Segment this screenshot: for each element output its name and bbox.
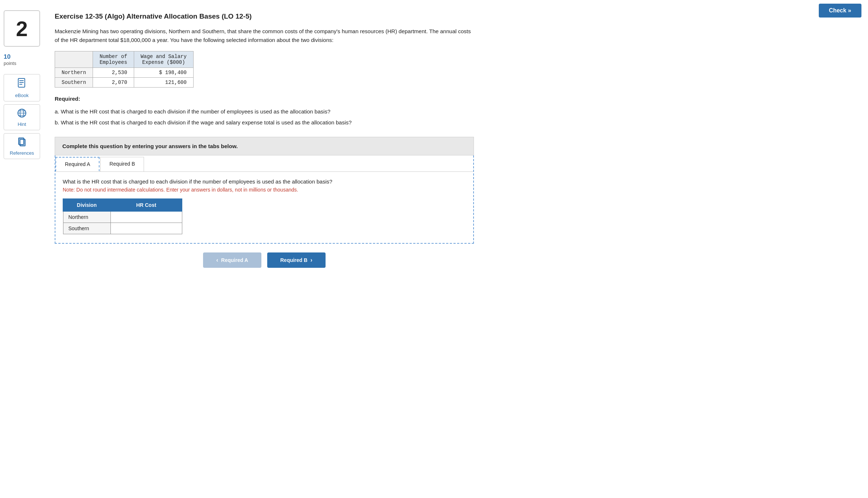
answer-row-northern: Northern <box>63 211 182 223</box>
ebook-icon <box>17 78 26 91</box>
answer-col1-header: Division <box>63 199 110 211</box>
answer-col2-header: HR Cost <box>110 199 182 211</box>
hint-icon <box>17 108 27 120</box>
col1-header: Number ofEmployees <box>93 51 134 68</box>
prev-button[interactable]: ‹ Required A <box>203 252 261 268</box>
ebook-button[interactable]: eBook <box>4 74 40 101</box>
question-number-box: 2 <box>4 10 40 47</box>
main-content: Exercise 12-35 (Algo) Alternative Alloca… <box>51 7 489 498</box>
tab-a-content: What is the HR cost that is charged to e… <box>55 172 473 243</box>
northern-hr-cost-cell <box>110 211 182 223</box>
instruction-box: Complete this question by entering your … <box>55 137 474 155</box>
references-label: References <box>10 150 34 156</box>
division-southern: Southern <box>63 223 110 234</box>
top-bar: Check » <box>812 0 868 21</box>
sidebar: 2 10 points eBook <box>0 7 51 498</box>
svg-rect-2 <box>19 82 24 83</box>
row-label-southern: Southern <box>55 78 93 88</box>
tab-required-a[interactable]: Required A <box>55 157 100 171</box>
prev-arrow-icon: ‹ <box>216 257 218 263</box>
ebook-label: eBook <box>15 93 29 98</box>
table-row: Southern 2,070 121,600 <box>55 78 194 88</box>
references-button[interactable]: References <box>4 133 40 159</box>
points-block: 10 points <box>4 53 16 66</box>
data-table: Number ofEmployees Wage and SalaryExpens… <box>55 51 194 88</box>
requirements-list: a. What is the HR cost that is charged t… <box>55 106 474 128</box>
check-button[interactable]: Check » <box>819 4 861 18</box>
next-button[interactable]: Required B › <box>267 252 326 268</box>
col2-header: Wage and SalaryExpense ($000) <box>134 51 193 68</box>
prev-label: Required A <box>221 257 248 263</box>
tab-question: What is the HR cost that is charged to e… <box>63 178 466 185</box>
row-label-northern: Northern <box>55 68 93 78</box>
southern-hr-cost-cell <box>110 223 182 234</box>
references-icon <box>17 137 27 149</box>
nav-buttons: ‹ Required A Required B › <box>55 252 474 268</box>
northern-employees: 2,530 <box>93 68 134 78</box>
svg-rect-3 <box>19 84 22 85</box>
req-b-text: b. What is the HR cost that is charged t… <box>55 117 474 128</box>
next-label: Required B <box>280 257 308 263</box>
hint-button[interactable]: Hint <box>4 104 40 130</box>
points-number: 10 <box>4 53 16 61</box>
southern-wage: 121,600 <box>134 78 193 88</box>
northern-wage: $ 198,400 <box>134 68 193 78</box>
next-arrow-icon: › <box>310 257 312 263</box>
answer-table: Division HR Cost Northern Southern <box>63 198 182 234</box>
tab-note: Note: Do not round intermediate calculat… <box>63 187 466 193</box>
southern-hr-cost-input[interactable] <box>111 223 182 234</box>
required-label: Required: <box>55 96 474 102</box>
table-row: Northern 2,530 $ 198,400 <box>55 68 194 78</box>
points-label: points <box>4 61 16 66</box>
southern-employees: 2,070 <box>93 78 134 88</box>
problem-text: Mackenzie Mining has two operating divis… <box>55 27 474 45</box>
northern-hr-cost-input[interactable] <box>111 212 182 223</box>
req-a-text: a. What is the HR cost that is charged t… <box>55 106 474 117</box>
exercise-title: Exercise 12-35 (Algo) Alternative Alloca… <box>55 12 474 20</box>
question-number: 2 <box>16 16 28 41</box>
tabs-container: Required A Required B What is the HR cos… <box>55 155 474 244</box>
tabs-header: Required A Required B <box>55 155 473 172</box>
answer-row-southern: Southern <box>63 223 182 234</box>
tab-required-b[interactable]: Required B <box>100 157 144 171</box>
svg-rect-1 <box>19 80 24 81</box>
hint-label: Hint <box>17 121 26 127</box>
division-northern: Northern <box>63 211 110 223</box>
